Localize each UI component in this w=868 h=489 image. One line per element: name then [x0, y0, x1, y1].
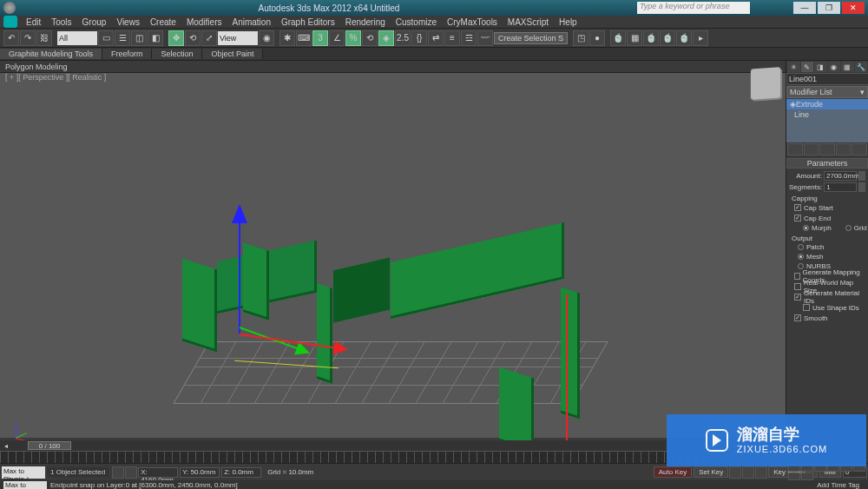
pivot-icon[interactable]: ◉: [259, 30, 274, 46]
maxscript-mini-button[interactable]: Max to Physic ↑: [3, 481, 47, 489]
app-logo-icon[interactable]: [3, 16, 17, 28]
tab-object-paint[interactable]: Object Paint: [202, 49, 263, 59]
prev-frame-icon[interactable]: [729, 466, 741, 479]
modify-tab-icon[interactable]: ✎: [801, 62, 814, 72]
selection-filter-dropdown[interactable]: All: [57, 31, 97, 45]
y-coord-field[interactable]: Y: 50.0mm: [180, 467, 220, 478]
menu-modifiers[interactable]: Modifiers: [181, 17, 227, 27]
object-name-field[interactable]: [786, 73, 868, 85]
remove-modifier-icon[interactable]: [836, 143, 852, 155]
fov-icon[interactable]: [788, 472, 800, 480]
window-crossing-icon[interactable]: ◧: [148, 30, 163, 46]
prev-key-icon[interactable]: ◂: [0, 442, 12, 450]
edged-faces-icon[interactable]: ◈: [378, 30, 394, 46]
morph-radio[interactable]: [803, 225, 809, 231]
patch-radio[interactable]: [798, 244, 804, 250]
modifier-stack[interactable]: ◈ Extrude Line: [786, 99, 868, 142]
rollout-parameters[interactable]: Parameters: [786, 158, 868, 169]
configure-sets-icon[interactable]: [852, 143, 867, 155]
menu-group[interactable]: Group: [77, 17, 112, 27]
menu-create[interactable]: Create: [145, 17, 181, 27]
next-frame-icon[interactable]: [755, 466, 767, 479]
time-slider-knob[interactable]: 0 / 100: [28, 441, 71, 450]
set-key-button[interactable]: Set Key: [694, 466, 728, 478]
stack-item-line[interactable]: Line: [786, 109, 868, 120]
select-name-icon[interactable]: ☰: [115, 30, 130, 46]
lock-selection-icon[interactable]: [112, 466, 124, 479]
menu-crymaxtools[interactable]: CryMaxTools: [442, 17, 503, 27]
menu-customize[interactable]: Customize: [391, 17, 442, 27]
use-shape-checkbox[interactable]: [803, 304, 810, 311]
render-setup-icon[interactable]: 🍵: [610, 30, 626, 46]
tab-freeform[interactable]: Freeform: [102, 49, 153, 59]
menu-views[interactable]: Views: [111, 17, 145, 27]
gen-map-checkbox[interactable]: [794, 273, 800, 280]
viewport-label[interactable]: [ + ][ Perspective ][ Realistic ]: [5, 73, 106, 82]
rotate-icon[interactable]: ⟲: [185, 30, 201, 46]
rendered-frame-icon[interactable]: ▦: [627, 30, 642, 46]
ribbon-sub[interactable]: Polygon Modeling: [0, 61, 868, 73]
keyboard-shortcut-icon[interactable]: ⌨: [296, 30, 312, 46]
layers-icon[interactable]: ☲: [461, 30, 477, 46]
motion-tab-icon[interactable]: ◉: [828, 62, 841, 72]
smooth-checkbox[interactable]: ✓: [794, 314, 801, 321]
ref-coord-dropdown[interactable]: View: [218, 31, 258, 45]
real-world-checkbox[interactable]: [794, 283, 801, 290]
show-end-result-icon[interactable]: [804, 143, 819, 155]
create-selection-set[interactable]: Create Selection S: [494, 32, 568, 44]
x-coord-field[interactable]: X: 4160.0mm: [138, 467, 178, 478]
select-region-icon[interactable]: ◫: [131, 30, 147, 46]
render-icon[interactable]: 🍵: [643, 30, 659, 46]
mesh-radio[interactable]: [798, 254, 804, 260]
menu-animation[interactable]: Animation: [227, 17, 275, 27]
menu-help[interactable]: Help: [554, 17, 582, 27]
close-button[interactable]: ✕: [842, 2, 865, 14]
utilities-tab-icon[interactable]: 🔧: [855, 62, 868, 72]
gizmo-z-axis-icon[interactable]: [239, 212, 240, 334]
menu-graph-editors[interactable]: Graph Editors: [276, 17, 340, 27]
menu-rendering[interactable]: Rendering: [340, 17, 391, 27]
hierarchy-tab-icon[interactable]: ◨: [814, 62, 827, 72]
tab-selection[interactable]: Selection: [152, 49, 202, 59]
curve-editor-icon[interactable]: 〰: [477, 30, 493, 46]
percent-snap-icon[interactable]: %: [345, 30, 361, 46]
gen-mat-checkbox[interactable]: ✓: [794, 294, 801, 301]
move-icon[interactable]: ✥: [168, 30, 184, 46]
auto-key-button[interactable]: Auto Key: [654, 466, 692, 478]
select-icon[interactable]: ▭: [98, 30, 114, 46]
link-icon[interactable]: ⛓: [36, 30, 52, 46]
undo-icon[interactable]: ↶: [3, 30, 19, 46]
z-coord-field[interactable]: Z: 0.0mm: [221, 467, 261, 478]
stack-item-extrude[interactable]: ◈ Extrude: [786, 99, 868, 109]
viewcube-icon[interactable]: [751, 67, 780, 100]
render-iter-icon[interactable]: 🍵: [676, 30, 692, 46]
app-icon[interactable]: [3, 2, 16, 14]
render-last-icon[interactable]: ▸: [693, 30, 708, 46]
spinner-snap-icon[interactable]: ⟲: [362, 30, 378, 46]
material-editor-icon[interactable]: ●: [589, 30, 605, 46]
mirror-icon[interactable]: ⇄: [428, 30, 444, 46]
menu-edit[interactable]: Edit: [21, 17, 46, 27]
manipulate-icon[interactable]: ✱: [279, 30, 295, 46]
create-tab-icon[interactable]: ✳: [787, 62, 800, 72]
minimize-button[interactable]: —: [793, 2, 816, 14]
snap-toggle-icon[interactable]: 3: [312, 30, 328, 46]
pin-stack-icon[interactable]: [787, 143, 803, 155]
isolate-icon[interactable]: [125, 466, 137, 479]
maximize-button[interactable]: ❐: [818, 2, 840, 14]
schematic-icon[interactable]: ◳: [573, 30, 589, 46]
menu-maxscript[interactable]: MAXScript: [503, 17, 554, 27]
time-tag-button[interactable]: Add Time Tag: [812, 481, 865, 489]
cap-end-checkbox[interactable]: ✓: [794, 215, 801, 221]
amount-spinner[interactable]: 2700.0mm: [824, 171, 857, 181]
snap-2pt5-icon[interactable]: 2.5: [395, 30, 411, 46]
maximize-viewport-icon[interactable]: [801, 472, 813, 480]
segments-spinner[interactable]: 1: [824, 182, 857, 192]
render-prod-icon[interactable]: 🍵: [660, 30, 675, 46]
play-icon[interactable]: [742, 466, 754, 479]
align-icon[interactable]: ≡: [444, 30, 460, 46]
redo-icon[interactable]: ↷: [20, 30, 36, 46]
angle-snap-icon[interactable]: ∠: [329, 30, 345, 46]
scale-icon[interactable]: ⤢: [201, 30, 217, 46]
search-input[interactable]: Type a keyword or phrase: [637, 2, 750, 14]
